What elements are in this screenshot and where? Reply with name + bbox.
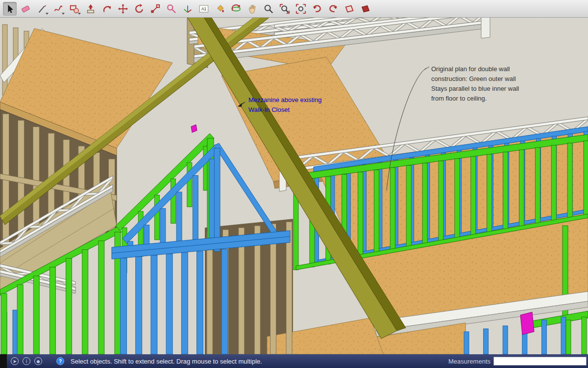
dropdown-caret-icon	[46, 13, 49, 15]
zoom-tool-button[interactable]	[262, 2, 275, 16]
zoomext-tool-button[interactable]	[294, 2, 308, 16]
measurements-input[interactable]	[493, 357, 587, 366]
sectionfill-icon	[360, 3, 371, 14]
move-icon	[118, 3, 128, 14]
pushpull-icon	[85, 3, 96, 14]
followme-icon	[101, 3, 112, 14]
orbit-status-icon[interactable]: ➤	[11, 357, 19, 365]
move-tool-button[interactable]	[116, 2, 130, 16]
eraser-tool-button[interactable]	[19, 2, 33, 16]
pan-tool-button[interactable]	[245, 2, 259, 16]
annotation-line: Original plan for double wall	[431, 64, 519, 74]
shapes-tool-button[interactable]	[68, 2, 81, 16]
annotation-line: Stays parallel to blue inner wall	[431, 84, 519, 94]
zoomwin-tool-button[interactable]	[278, 2, 292, 16]
orbit-icon	[231, 3, 242, 14]
pushpull-tool-button[interactable]	[84, 2, 98, 16]
measurements-label: Measurements	[448, 358, 490, 365]
user-status-icon[interactable]: ☻	[34, 357, 42, 365]
eraser-icon	[21, 3, 31, 14]
freehand-tool-button[interactable]	[51, 2, 65, 16]
scale-icon	[150, 3, 161, 14]
prev-tool-button[interactable]	[310, 2, 324, 16]
select-tool-button[interactable]	[3, 2, 17, 16]
rotate-tool-button[interactable]	[132, 2, 146, 16]
annotation-line: Walk-In Closet	[248, 105, 322, 115]
axes-tool-button[interactable]	[181, 2, 195, 16]
model-viewport[interactable]: Mezzanine above existing Walk-In Closet …	[0, 18, 588, 354]
rotate-icon	[134, 3, 145, 14]
sectionfill-tool-button[interactable]	[359, 2, 372, 16]
mezzanine-annotation: Mezzanine above existing Walk-In Closet	[248, 95, 322, 115]
select-icon	[4, 3, 15, 14]
section-tool-button[interactable]	[343, 2, 356, 16]
paint-tool-button[interactable]	[213, 2, 227, 16]
toolbar: A1	[0, 0, 588, 18]
tape-tool-button[interactable]	[165, 2, 178, 16]
window-resize-grip[interactable]	[0, 354, 7, 368]
zoom-icon	[263, 3, 274, 14]
axes-icon	[182, 3, 193, 14]
zoomext-icon	[295, 3, 306, 14]
line-tool-button[interactable]	[35, 2, 49, 16]
annotation-line: construction: Green outer wall	[431, 74, 519, 84]
text-icon: A1	[198, 3, 209, 14]
scale-tool-button[interactable]	[148, 2, 162, 16]
paint-icon	[215, 3, 225, 14]
help-status-icon[interactable]: ?	[56, 357, 64, 365]
status-hint-text: Select objects. Shift to extend select. …	[71, 358, 262, 365]
dropdown-caret-icon	[78, 13, 81, 15]
double-wall-annotation: Original plan for double wall constructi…	[431, 64, 519, 104]
text-tool-button[interactable]: A1	[197, 2, 211, 16]
prev-icon	[312, 3, 322, 14]
svg-text:A1: A1	[201, 7, 207, 11]
next-icon	[328, 3, 339, 14]
pan-icon	[247, 3, 258, 14]
zoomwin-icon	[279, 3, 290, 14]
followme-tool-button[interactable]	[100, 2, 114, 16]
dropdown-caret-icon	[62, 13, 65, 15]
tape-icon	[166, 3, 177, 14]
annotation-line: from floor to ceiling.	[431, 94, 519, 104]
orbit-tool-button[interactable]	[229, 2, 243, 16]
info-status-icon[interactable]: i	[23, 357, 30, 365]
annotation-line: Mezzanine above existing	[248, 95, 322, 105]
status-bar: ➤ i ☻ ? Select objects. Shift to extend …	[0, 354, 588, 368]
section-icon	[344, 3, 355, 14]
next-tool-button[interactable]	[326, 2, 340, 16]
